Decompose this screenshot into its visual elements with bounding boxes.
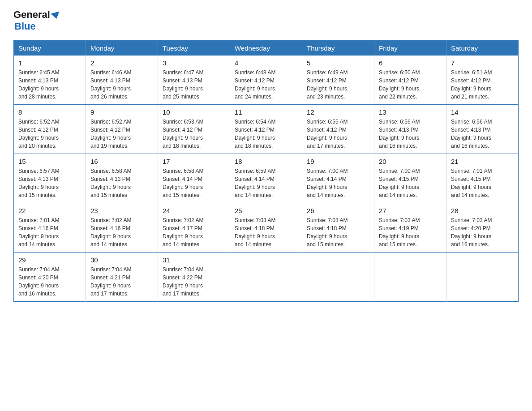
day-info: Sunrise: 6:52 AMSunset: 4:12 PMDaylight:…	[18, 118, 81, 150]
calendar-cell: 8Sunrise: 6:52 AMSunset: 4:12 PMDaylight…	[14, 105, 86, 154]
calendar-cell: 2Sunrise: 6:46 AMSunset: 4:13 PMDaylight…	[86, 56, 158, 105]
day-number: 25	[235, 207, 297, 214]
calendar-week-2: 8Sunrise: 6:52 AMSunset: 4:12 PMDaylight…	[14, 105, 519, 154]
calendar-cell: 18Sunrise: 6:59 AMSunset: 4:14 PMDayligh…	[230, 154, 302, 203]
column-header-thursday: Thursday	[302, 41, 374, 56]
day-info: Sunrise: 6:47 AMSunset: 4:13 PMDaylight:…	[163, 68, 225, 101]
day-info: Sunrise: 6:54 AMSunset: 4:12 PMDaylight:…	[235, 118, 297, 150]
day-info: Sunrise: 7:03 AMSunset: 4:18 PMDaylight:…	[307, 216, 369, 248]
calendar-cell: 4Sunrise: 6:48 AMSunset: 4:12 PMDaylight…	[230, 56, 302, 105]
day-info: Sunrise: 6:56 AMSunset: 4:13 PMDaylight:…	[451, 118, 514, 150]
day-info: Sunrise: 7:01 AMSunset: 4:15 PMDaylight:…	[451, 167, 514, 199]
day-number: 17	[163, 158, 225, 165]
calendar-cell: 29Sunrise: 7:04 AMSunset: 4:20 PMDayligh…	[14, 253, 86, 302]
day-number: 28	[451, 207, 514, 214]
day-info: Sunrise: 7:04 AMSunset: 4:20 PMDaylight:…	[18, 265, 81, 298]
logo-arrow-icon	[51, 12, 61, 20]
column-header-monday: Monday	[86, 41, 158, 56]
calendar-cell: 17Sunrise: 6:58 AMSunset: 4:14 PMDayligh…	[158, 154, 230, 203]
day-info: Sunrise: 6:48 AMSunset: 4:12 PMDaylight:…	[235, 68, 297, 101]
day-info: Sunrise: 6:50 AMSunset: 4:12 PMDaylight:…	[379, 68, 442, 101]
calendar-cell	[230, 253, 302, 302]
calendar-cell: 7Sunrise: 6:51 AMSunset: 4:12 PMDaylight…	[446, 56, 519, 105]
calendar-cell: 12Sunrise: 6:55 AMSunset: 4:12 PMDayligh…	[302, 105, 374, 154]
day-info: Sunrise: 7:00 AMSunset: 4:14 PMDaylight:…	[307, 167, 369, 199]
calendar-cell: 31Sunrise: 7:04 AMSunset: 4:22 PMDayligh…	[158, 253, 230, 302]
calendar-week-3: 15Sunrise: 6:57 AMSunset: 4:13 PMDayligh…	[14, 154, 519, 203]
day-info: Sunrise: 6:58 AMSunset: 4:14 PMDaylight:…	[163, 167, 225, 199]
day-info: Sunrise: 6:58 AMSunset: 4:13 PMDaylight:…	[90, 167, 153, 199]
day-info: Sunrise: 6:49 AMSunset: 4:12 PMDaylight:…	[307, 68, 369, 101]
day-number: 24	[163, 207, 225, 214]
calendar-header-row: SundayMondayTuesdayWednesdayThursdayFrid…	[14, 41, 519, 56]
calendar-cell: 9Sunrise: 6:52 AMSunset: 4:12 PMDaylight…	[86, 105, 158, 154]
day-number: 30	[90, 256, 153, 264]
day-number: 14	[451, 108, 514, 116]
day-number: 3	[163, 59, 225, 67]
logo-general-text: General	[13, 9, 50, 21]
day-info: Sunrise: 6:45 AMSunset: 4:13 PMDaylight:…	[18, 68, 81, 101]
column-header-tuesday: Tuesday	[158, 41, 230, 56]
calendar-cell: 5Sunrise: 6:49 AMSunset: 4:12 PMDaylight…	[302, 56, 374, 105]
column-header-sunday: Sunday	[14, 41, 86, 56]
day-number: 7	[451, 59, 514, 67]
day-info: Sunrise: 7:01 AMSunset: 4:16 PMDaylight:…	[18, 216, 81, 248]
day-number: 2	[90, 59, 153, 67]
header: General Blue	[13, 9, 519, 32]
calendar-cell	[374, 253, 446, 302]
day-number: 9	[90, 108, 153, 116]
day-number: 1	[18, 59, 81, 67]
day-number: 15	[18, 158, 81, 165]
day-number: 19	[307, 158, 369, 165]
day-info: Sunrise: 7:02 AMSunset: 4:17 PMDaylight:…	[163, 216, 225, 248]
calendar-cell: 30Sunrise: 7:04 AMSunset: 4:21 PMDayligh…	[86, 253, 158, 302]
calendar-table: SundayMondayTuesdayWednesdayThursdayFrid…	[13, 40, 519, 302]
calendar-cell: 27Sunrise: 7:03 AMSunset: 4:19 PMDayligh…	[374, 203, 446, 253]
day-number: 5	[307, 59, 369, 67]
column-header-saturday: Saturday	[446, 41, 519, 56]
day-info: Sunrise: 6:56 AMSunset: 4:13 PMDaylight:…	[379, 118, 442, 150]
calendar-cell: 20Sunrise: 7:00 AMSunset: 4:15 PMDayligh…	[374, 154, 446, 203]
column-header-friday: Friday	[374, 41, 446, 56]
page-wrapper: General Blue SundayMondayTuesdayWednesda…	[0, 0, 532, 315]
calendar-cell: 22Sunrise: 7:01 AMSunset: 4:16 PMDayligh…	[14, 203, 86, 253]
day-number: 31	[163, 256, 225, 264]
day-number: 8	[18, 108, 81, 116]
calendar-cell: 10Sunrise: 6:53 AMSunset: 4:12 PMDayligh…	[158, 105, 230, 154]
day-number: 10	[163, 108, 225, 116]
day-number: 23	[90, 207, 153, 214]
calendar-cell: 3Sunrise: 6:47 AMSunset: 4:13 PMDaylight…	[158, 56, 230, 105]
calendar-cell: 11Sunrise: 6:54 AMSunset: 4:12 PMDayligh…	[230, 105, 302, 154]
day-number: 26	[307, 207, 369, 214]
day-number: 11	[235, 108, 297, 116]
day-info: Sunrise: 7:00 AMSunset: 4:15 PMDaylight:…	[379, 167, 442, 199]
day-info: Sunrise: 6:52 AMSunset: 4:12 PMDaylight:…	[90, 118, 153, 150]
day-number: 6	[379, 59, 442, 67]
day-info: Sunrise: 6:55 AMSunset: 4:12 PMDaylight:…	[307, 118, 369, 150]
day-number: 16	[90, 158, 153, 165]
day-number: 22	[18, 207, 81, 214]
calendar-cell: 6Sunrise: 6:50 AMSunset: 4:12 PMDaylight…	[374, 56, 446, 105]
day-number: 13	[379, 108, 442, 116]
logo-area: General Blue	[13, 9, 61, 32]
day-number: 12	[307, 108, 369, 116]
day-info: Sunrise: 7:04 AMSunset: 4:22 PMDaylight:…	[163, 265, 225, 298]
calendar-week-5: 29Sunrise: 7:04 AMSunset: 4:20 PMDayligh…	[14, 253, 519, 302]
day-info: Sunrise: 7:03 AMSunset: 4:19 PMDaylight:…	[379, 216, 442, 248]
calendar-cell: 24Sunrise: 7:02 AMSunset: 4:17 PMDayligh…	[158, 203, 230, 253]
day-number: 18	[235, 158, 297, 165]
day-info: Sunrise: 6:59 AMSunset: 4:14 PMDaylight:…	[235, 167, 297, 199]
logo-blue-text: Blue	[14, 21, 36, 32]
column-header-wednesday: Wednesday	[230, 41, 302, 56]
day-info: Sunrise: 6:57 AMSunset: 4:13 PMDaylight:…	[18, 167, 81, 199]
calendar-cell	[446, 253, 519, 302]
day-number: 20	[379, 158, 442, 165]
calendar-cell: 25Sunrise: 7:03 AMSunset: 4:18 PMDayligh…	[230, 203, 302, 253]
day-number: 4	[235, 59, 297, 67]
calendar-cell: 14Sunrise: 6:56 AMSunset: 4:13 PMDayligh…	[446, 105, 519, 154]
calendar-cell	[302, 253, 374, 302]
day-info: Sunrise: 6:46 AMSunset: 4:13 PMDaylight:…	[90, 68, 153, 101]
day-info: Sunrise: 7:03 AMSunset: 4:20 PMDaylight:…	[451, 216, 514, 248]
calendar-cell: 28Sunrise: 7:03 AMSunset: 4:20 PMDayligh…	[446, 203, 519, 253]
day-info: Sunrise: 6:53 AMSunset: 4:12 PMDaylight:…	[163, 118, 225, 150]
